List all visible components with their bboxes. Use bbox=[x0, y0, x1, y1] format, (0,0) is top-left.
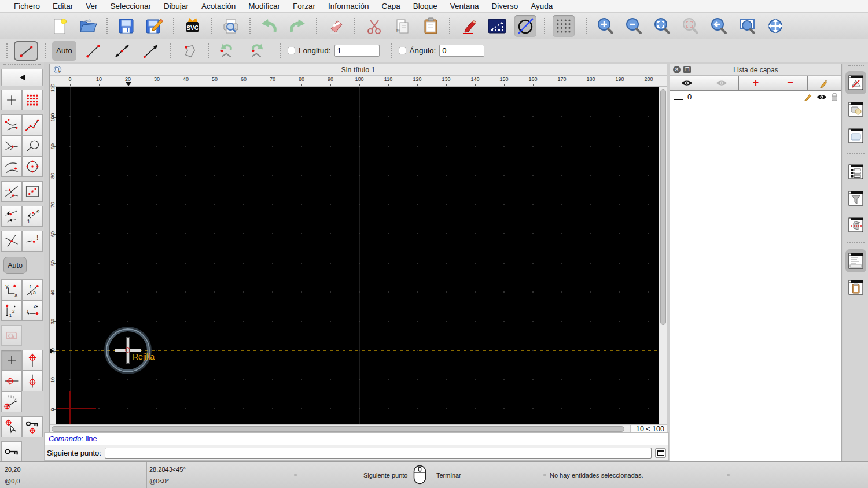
menu-forzar[interactable]: Forzar bbox=[286, 0, 322, 13]
layer-panel-titlebar[interactable]: ✕ ❐ Lista de capas bbox=[670, 64, 841, 76]
undo-button[interactable] bbox=[258, 15, 280, 37]
redo-button[interactable] bbox=[286, 15, 308, 37]
pan-button[interactable] bbox=[764, 15, 786, 37]
cut-button[interactable]: + bbox=[363, 15, 385, 37]
paste-button[interactable] bbox=[420, 15, 442, 37]
tangent-line-tool-button[interactable] bbox=[1, 181, 22, 202]
edit-layer-button[interactable] bbox=[808, 76, 841, 90]
zoom-in-button[interactable] bbox=[594, 15, 616, 37]
tangent-two-tool-button[interactable] bbox=[1, 206, 22, 227]
close-icon[interactable]: ✕ bbox=[673, 66, 681, 73]
remove-layer-button[interactable]: − bbox=[773, 76, 807, 90]
open-file-button[interactable] bbox=[77, 15, 99, 37]
print-preview-button[interactable] bbox=[220, 15, 242, 37]
library-browser-dock-button[interactable] bbox=[845, 124, 866, 147]
toolbar-handle[interactable] bbox=[280, 43, 281, 58]
lock-relative-zero-button[interactable] bbox=[1, 441, 22, 462]
angulo-input[interactable] bbox=[439, 45, 484, 57]
palette-auto-button[interactable]: Auto bbox=[3, 257, 27, 274]
line-angle-button[interactable] bbox=[110, 41, 134, 61]
menu-diverso[interactable]: Diverso bbox=[485, 0, 524, 13]
command-dock-toggle-button[interactable] bbox=[655, 448, 666, 458]
layer-edit-pencil-icon[interactable] bbox=[804, 93, 812, 101]
palette-handle[interactable] bbox=[3, 64, 41, 67]
tangent-numbered-tool-button[interactable]: 12 bbox=[22, 206, 43, 227]
menu-dibujar[interactable]: Dibujar bbox=[157, 0, 195, 13]
zoom-selected-button[interactable] bbox=[679, 15, 701, 37]
points-grid-tool-button[interactable] bbox=[22, 90, 43, 110]
draft-mode-button[interactable] bbox=[514, 15, 536, 37]
menu-acotacion[interactable]: Acotación bbox=[195, 0, 242, 13]
rect-snap-tool-button[interactable] bbox=[22, 181, 43, 202]
options-auto-button[interactable]: Auto bbox=[52, 41, 76, 61]
layer-color-swatch[interactable] bbox=[674, 94, 683, 100]
eraser-button[interactable] bbox=[325, 15, 347, 37]
dock-strip-handle[interactable] bbox=[848, 65, 864, 66]
copy-button[interactable]: + bbox=[391, 15, 413, 37]
menu-fichero[interactable]: Fichero bbox=[8, 0, 46, 13]
snap-lock-button[interactable] bbox=[22, 416, 43, 437]
menu-seleccionar[interactable]: Seleccionar bbox=[104, 0, 158, 13]
snap-select-button[interactable] bbox=[1, 416, 22, 437]
zoom-out-button[interactable] bbox=[623, 15, 645, 37]
restrict-off-tool-button[interactable]: ! bbox=[22, 231, 43, 252]
snap-grid-button[interactable] bbox=[22, 350, 43, 371]
layer-row[interactable]: 0 bbox=[670, 91, 841, 103]
command-widget-dock-button[interactable] bbox=[845, 249, 866, 272]
horizontal-scrollbar-thumb[interactable] bbox=[52, 426, 624, 432]
menu-ayuda[interactable]: Ayuda bbox=[524, 0, 559, 13]
undo-segment-button[interactable] bbox=[215, 41, 240, 61]
menu-ver[interactable]: Ver bbox=[79, 0, 104, 13]
save-button[interactable] bbox=[115, 15, 137, 37]
line-segment-button[interactable] bbox=[81, 41, 105, 61]
zoom-previous-button[interactable] bbox=[708, 15, 730, 37]
float-panel-icon[interactable]: ❐ bbox=[683, 66, 691, 73]
coord-cartesian-button[interactable]: yx bbox=[1, 279, 22, 300]
show-all-layers-button[interactable] bbox=[670, 76, 704, 90]
longitud-input[interactable] bbox=[334, 45, 380, 57]
command-input[interactable] bbox=[105, 448, 652, 459]
snap-endpoint-button[interactable] bbox=[1, 371, 22, 391]
toolbar-handle[interactable] bbox=[170, 43, 171, 58]
polyline-tool-button[interactable] bbox=[22, 114, 43, 135]
snap-free-button[interactable] bbox=[1, 350, 22, 371]
save-as-button[interactable] bbox=[144, 15, 165, 37]
toolbar-handle[interactable] bbox=[45, 43, 46, 58]
relative-zero-button[interactable] bbox=[1, 325, 22, 346]
layer-list-dock-button[interactable] bbox=[845, 71, 866, 94]
vertical-scrollbar[interactable] bbox=[659, 87, 667, 424]
coord-polar-button[interactable]: ra bbox=[22, 279, 43, 300]
horizontal-scrollbar[interactable] bbox=[50, 425, 630, 433]
svg-export-button[interactable]: SVG bbox=[182, 15, 204, 37]
toolbar-handle[interactable] bbox=[6, 43, 8, 58]
zoom-window-button[interactable] bbox=[736, 15, 758, 37]
corner-order-a-button[interactable]: 12 bbox=[1, 300, 22, 321]
menu-ventana[interactable]: Ventana bbox=[444, 0, 486, 13]
snap-angle-button[interactable] bbox=[1, 391, 22, 412]
menu-bloque[interactable]: Bloque bbox=[407, 0, 444, 13]
arc-point-tool-button[interactable] bbox=[1, 156, 22, 177]
drawing-canvas[interactable]: Rejilla bbox=[56, 87, 659, 424]
filter-dock-button[interactable] bbox=[845, 187, 866, 210]
circle-leader-tool-button[interactable] bbox=[22, 135, 43, 156]
pen-button[interactable] bbox=[458, 15, 480, 37]
corner-order-b-button[interactable]: 12 bbox=[22, 300, 43, 321]
polyline-close-button[interactable] bbox=[177, 41, 201, 61]
longitud-checkbox[interactable] bbox=[288, 47, 295, 54]
line-arrow-button[interactable] bbox=[139, 41, 163, 61]
entity-list-dock-button[interactable] bbox=[845, 160, 866, 183]
menu-modificar[interactable]: Modificar bbox=[242, 0, 286, 13]
angulo-checkbox[interactable] bbox=[399, 47, 406, 54]
toolbar-handle[interactable] bbox=[208, 43, 209, 58]
drawing-window-titlebar[interactable]: Sin título 1 bbox=[50, 64, 667, 76]
vertical-scrollbar-thumb[interactable] bbox=[660, 89, 666, 325]
layer-visibility-eye-icon[interactable] bbox=[816, 94, 827, 101]
add-layer-button[interactable]: + bbox=[739, 76, 773, 90]
menu-editar[interactable]: Editar bbox=[46, 0, 79, 13]
snap-on-entity-button[interactable] bbox=[22, 371, 43, 391]
back-button[interactable] bbox=[1, 69, 43, 86]
intersection-tool-button[interactable] bbox=[1, 231, 22, 252]
new-document-button[interactable] bbox=[49, 15, 71, 37]
redo-segment-button[interactable] bbox=[244, 41, 269, 61]
menu-capa[interactable]: Capa bbox=[376, 0, 407, 13]
